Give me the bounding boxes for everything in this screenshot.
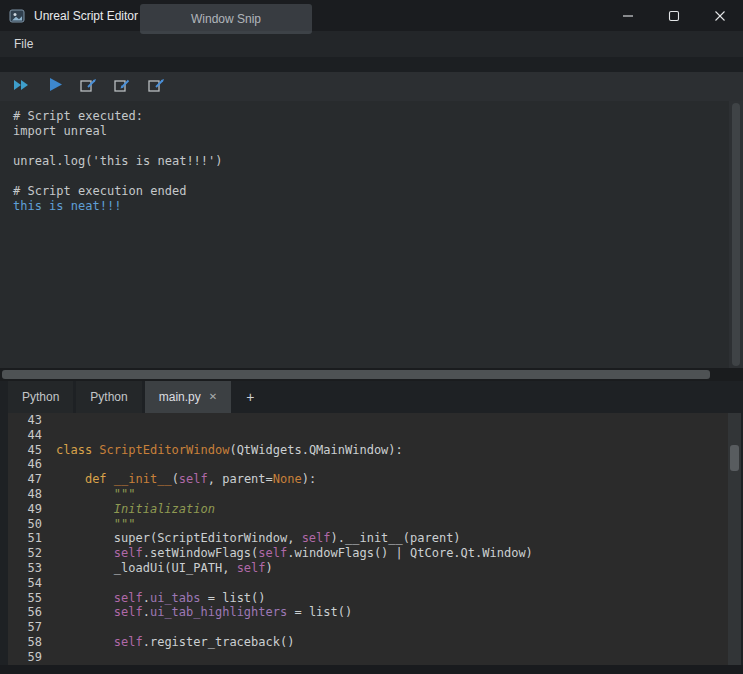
window-snip-overlay: Window Snip xyxy=(140,4,312,34)
editor-region: 434445class ScriptEditorWindow(QtWidgets… xyxy=(0,413,743,665)
app-icon xyxy=(9,8,25,24)
code-editor[interactable]: 434445class ScriptEditorWindow(QtWidgets… xyxy=(8,413,728,665)
code-line xyxy=(54,413,728,428)
code-line xyxy=(54,457,728,472)
editor-line: 43 xyxy=(8,413,728,428)
editor-line: 56 self.ui_tab_highlighters = list() xyxy=(8,605,728,620)
editor-line: 59 xyxy=(8,650,728,665)
line-number: 44 xyxy=(8,428,54,443)
editor-line: 48 """ xyxy=(8,487,728,502)
execute-all-button[interactable] xyxy=(8,75,34,99)
line-number: 50 xyxy=(8,517,54,532)
double-play-icon xyxy=(12,78,30,96)
line-number: 51 xyxy=(8,531,54,546)
line-number: 47 xyxy=(8,472,54,487)
minimize-button[interactable] xyxy=(605,0,651,31)
menu-file[interactable]: File xyxy=(14,37,33,51)
window-controls xyxy=(605,0,743,31)
tab-close-icon[interactable]: ✕ xyxy=(209,392,217,402)
code-line: super(ScriptEditorWindow, self).__init__… xyxy=(54,531,728,546)
titlebar: Unreal Script Editor Window Snip xyxy=(0,0,743,31)
line-number: 57 xyxy=(8,620,54,635)
tab-main-py-2[interactable]: main.py✕ xyxy=(145,381,231,413)
horizontal-scrollbar-thumb[interactable] xyxy=(2,370,710,379)
line-number: 43 xyxy=(8,413,54,428)
tab-label: main.py xyxy=(159,390,201,404)
line-number: 59 xyxy=(8,650,54,665)
editor-left-margin xyxy=(0,413,8,665)
line-number: 48 xyxy=(8,487,54,502)
save-arrow-icon xyxy=(80,77,98,97)
output-console-panel: # Script executed:import unrealunreal.lo… xyxy=(0,101,743,368)
editor-line: 45class ScriptEditorWindow(QtWidgets.QMa… xyxy=(8,443,728,458)
console-scrollbar-thumb[interactable] xyxy=(732,103,740,366)
editor-line: 50 """ xyxy=(8,517,728,532)
editor-line: 47 def __init__(self, parent=None): xyxy=(8,472,728,487)
editor-tabbar: PythonPythonmain.py✕+ xyxy=(0,381,743,413)
tab-label: + xyxy=(246,389,254,405)
close-button[interactable] xyxy=(697,0,743,31)
console-line: # Script executed: xyxy=(13,109,729,124)
app-window: Unreal Script Editor Window Snip File xyxy=(0,0,743,674)
editor-line: 54 xyxy=(8,576,728,591)
editor-line: 52 self.setWindowFlags(self.windowFlags(… xyxy=(8,546,728,561)
line-number: 55 xyxy=(8,591,54,606)
window-title: Unreal Script Editor xyxy=(34,9,138,23)
line-number: 58 xyxy=(8,635,54,650)
load-arrow-icon xyxy=(114,77,132,97)
save-as-arrow-icon xyxy=(148,77,166,97)
code-line: def __init__(self, parent=None): xyxy=(54,472,728,487)
console-vertical-scrollbar[interactable] xyxy=(729,101,743,368)
console-line xyxy=(13,169,729,184)
tab-label: Python xyxy=(22,390,59,404)
code-line: Initialization xyxy=(54,502,728,517)
code-line: """ xyxy=(54,517,728,532)
line-number: 46 xyxy=(8,457,54,472)
console-line xyxy=(13,139,729,154)
console-line: this is neat!!! xyxy=(13,199,729,214)
save-script-button[interactable] xyxy=(76,75,102,99)
console-horizontal-scrollbar[interactable] xyxy=(0,368,743,381)
tab-label: Python xyxy=(90,390,127,404)
toolbar xyxy=(0,72,743,101)
code-line: self.ui_tab_highlighters = list() xyxy=(54,605,728,620)
code-line xyxy=(54,650,728,665)
code-line: self.ui_tabs = list() xyxy=(54,591,728,606)
code-line xyxy=(54,428,728,443)
editor-line: 46 xyxy=(8,457,728,472)
execute-button[interactable] xyxy=(42,75,68,99)
add-tab-button[interactable]: + xyxy=(234,381,266,413)
line-number: 56 xyxy=(8,605,54,620)
code-line: _loadUi(UI_PATH, self) xyxy=(54,561,728,576)
line-number: 49 xyxy=(8,502,54,517)
editor-vertical-scrollbar[interactable] xyxy=(728,413,741,665)
line-number: 53 xyxy=(8,561,54,576)
menubar: File xyxy=(0,31,743,57)
console-output[interactable]: # Script executed:import unrealunreal.lo… xyxy=(0,101,729,368)
editor-scrollbar-thumb[interactable] xyxy=(730,445,739,471)
console-line: # Script execution ended xyxy=(13,184,729,199)
line-number: 54 xyxy=(8,576,54,591)
code-line: class ScriptEditorWindow(QtWidgets.QMain… xyxy=(54,443,728,458)
editor-line: 57 xyxy=(8,620,728,635)
line-number: 45 xyxy=(8,443,54,458)
code-line: """ xyxy=(54,487,728,502)
code-line xyxy=(54,576,728,591)
editor-line: 53 _loadUi(UI_PATH, self) xyxy=(8,561,728,576)
code-line xyxy=(54,620,728,635)
play-icon xyxy=(47,77,63,96)
console-line: import unreal xyxy=(13,124,729,139)
tab-python-1[interactable]: Python xyxy=(76,381,141,413)
code-line: self.setWindowFlags(self.windowFlags() |… xyxy=(54,546,728,561)
menubar-spacer xyxy=(0,57,743,72)
console-line: unreal.log('this is neat!!!') xyxy=(13,154,729,169)
editor-line: 44 xyxy=(8,428,728,443)
load-script-button[interactable] xyxy=(110,75,136,99)
tab-python-0[interactable]: Python xyxy=(8,381,73,413)
editor-line: 55 self.ui_tabs = list() xyxy=(8,591,728,606)
maximize-button[interactable] xyxy=(651,0,697,31)
code-line: self.register_traceback() xyxy=(54,635,728,650)
editor-line: 58 self.register_traceback() xyxy=(8,635,728,650)
editor-line: 51 super(ScriptEditorWindow, self).__ini… xyxy=(8,531,728,546)
save-as-button[interactable] xyxy=(144,75,170,99)
